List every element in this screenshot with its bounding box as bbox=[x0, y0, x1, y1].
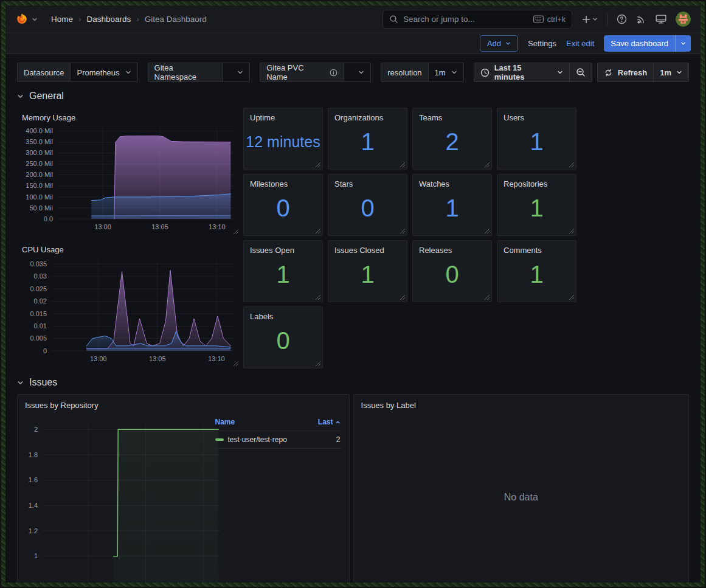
news-rss-icon[interactable] bbox=[636, 14, 646, 24]
stat-value: 0 bbox=[244, 184, 322, 232]
memory-usage-panel[interactable]: Memory Usage 0.050.0 Mil100.0 Mil150.0 M… bbox=[17, 108, 240, 236]
stat-panel-releases[interactable]: Releases 0 bbox=[412, 240, 492, 302]
refresh-interval-select[interactable]: 1m bbox=[653, 63, 688, 81]
svg-text:13:10: 13:10 bbox=[208, 355, 225, 362]
cpu-usage-panel[interactable]: CPU Usage 00.0050.010.0150.020.0250.030.… bbox=[17, 240, 240, 368]
stat-panel-issues-closed[interactable]: Issues Closed 1 bbox=[328, 240, 407, 302]
add-button[interactable]: Add bbox=[480, 35, 518, 52]
pvc-name-select[interactable] bbox=[344, 63, 371, 82]
stat-panel-users[interactable]: Users 1 bbox=[497, 108, 576, 170]
variable-datasource: Datasource Prometheus bbox=[17, 63, 138, 82]
svg-text:13:00: 13:00 bbox=[94, 223, 111, 230]
stat-panel-watches[interactable]: Watches 1 bbox=[412, 174, 492, 236]
clock-icon bbox=[480, 68, 490, 77]
chevron-down-icon bbox=[505, 41, 511, 46]
settings-button[interactable]: Settings bbox=[528, 39, 556, 48]
stat-value: 0 bbox=[413, 251, 491, 298]
legend-name-header[interactable]: Name bbox=[215, 418, 235, 426]
time-range-label: Last 15 minutes bbox=[494, 63, 552, 81]
user-avatar[interactable] bbox=[676, 12, 691, 27]
chevron-down-icon[interactable] bbox=[676, 35, 691, 52]
issues-by-label-panel[interactable]: Issues by Label No data bbox=[353, 394, 689, 583]
pvc-name-label-text: Gitea PVC Name bbox=[266, 63, 326, 81]
datasource-value: Prometheus bbox=[77, 68, 119, 77]
section-general[interactable]: General bbox=[17, 91, 689, 102]
svg-text:250.0 Mil: 250.0 Mil bbox=[26, 160, 53, 167]
chevron-down-icon bbox=[557, 69, 563, 75]
save-dashboard-button[interactable]: Save dashboard bbox=[604, 35, 691, 52]
stat-panel-repositories[interactable]: Repositories 1 bbox=[497, 174, 576, 236]
svg-text:50.0 Mil: 50.0 Mil bbox=[29, 204, 53, 212]
stat-panel-teams[interactable]: Teams 2 bbox=[412, 108, 492, 170]
chevron-down-icon bbox=[676, 69, 682, 75]
plus-icon bbox=[582, 15, 590, 24]
svg-text:100.0 Mil: 100.0 Mil bbox=[26, 193, 53, 201]
section-issues[interactable]: Issues bbox=[17, 377, 689, 388]
stat-panel-comments[interactable]: Comments 1 bbox=[497, 240, 576, 302]
info-icon[interactable] bbox=[330, 69, 337, 77]
namespace-select[interactable] bbox=[223, 63, 250, 82]
stat-value: 1 bbox=[328, 251, 407, 298]
variable-resolution: resolution 1m bbox=[381, 63, 463, 82]
divider bbox=[607, 13, 607, 26]
stat-value: 0 bbox=[244, 317, 322, 364]
legend-last-header[interactable]: Last bbox=[318, 418, 341, 426]
refresh-button[interactable]: Refresh bbox=[598, 63, 653, 81]
chevron-down-icon bbox=[32, 16, 38, 22]
stat-value: 1 bbox=[244, 251, 322, 298]
svg-text:350.0 Mil: 350.0 Mil bbox=[26, 138, 53, 145]
legend-row[interactable]: test-user/test-repo 2 bbox=[214, 431, 342, 449]
zoom-out-button[interactable] bbox=[569, 63, 592, 81]
save-dashboard-label: Save dashboard bbox=[604, 39, 675, 48]
top-nav: Home › Dashboards › Gitea Dashbaord Sear… bbox=[5, 5, 701, 33]
search-input[interactable]: Search or jump to... ctrl+k bbox=[382, 10, 572, 29]
stat-panel-uptime[interactable]: Uptime 12 minutes bbox=[243, 108, 323, 170]
monitor-icon[interactable] bbox=[656, 14, 666, 24]
dashboard-canvas: Datasource Prometheus Gitea Namespace bbox=[5, 54, 701, 583]
time-controls: Last 15 minutes bbox=[474, 63, 689, 82]
time-range-picker[interactable]: Last 15 minutes bbox=[474, 63, 569, 81]
svg-text:300.0 Mil: 300.0 Mil bbox=[26, 149, 53, 156]
section-general-title: General bbox=[29, 91, 64, 102]
breadcrumb-home[interactable]: Home bbox=[51, 15, 73, 24]
resolution-select[interactable]: 1m bbox=[429, 63, 464, 82]
breadcrumb-dashboards[interactable]: Dashboards bbox=[87, 15, 131, 24]
svg-text:0.0: 0.0 bbox=[44, 215, 53, 223]
datasource-select[interactable]: Prometheus bbox=[71, 63, 137, 82]
org-switcher[interactable] bbox=[15, 13, 38, 26]
svg-text:400.0 Mil: 400.0 Mil bbox=[26, 127, 53, 134]
chevron-down-icon bbox=[17, 379, 24, 386]
stat-panel-milestones[interactable]: Milestones 0 bbox=[243, 174, 323, 236]
grafana-logo-icon bbox=[15, 13, 29, 26]
search-icon bbox=[389, 15, 398, 24]
legend-last-label: Last bbox=[318, 418, 333, 426]
stat-panel-labels[interactable]: Labels 0 bbox=[243, 306, 323, 368]
stat-value: 1 bbox=[328, 118, 407, 165]
stat-value: 1 bbox=[413, 184, 491, 232]
memory-usage-chart: 0.050.0 Mil100.0 Mil150.0 Mil200.0 Mil25… bbox=[17, 123, 240, 235]
chevron-down-icon bbox=[451, 69, 457, 75]
panel-title: Memory Usage bbox=[17, 108, 240, 123]
svg-text:1.4: 1.4 bbox=[29, 502, 38, 509]
issues-by-repository-panel[interactable]: Issues by Repository 11.21.41.61.82 Name… bbox=[17, 394, 350, 583]
series-color-swatch bbox=[215, 438, 224, 441]
issues-panels: Issues by Repository 11.21.41.61.82 Name… bbox=[17, 394, 689, 583]
panel-title: CPU Usage bbox=[17, 240, 240, 255]
charts-column: Memory Usage 0.050.0 Mil100.0 Mil150.0 M… bbox=[17, 108, 240, 368]
svg-text:13:10: 13:10 bbox=[209, 223, 226, 230]
nav-actions bbox=[582, 12, 691, 27]
stat-panel-organizations[interactable]: Organizations 1 bbox=[328, 108, 407, 170]
help-icon[interactable] bbox=[617, 14, 627, 24]
resolution-value: 1m bbox=[435, 68, 446, 77]
screen-frame: Home › Dashboards › Gitea Dashbaord Sear… bbox=[0, 0, 706, 588]
chevron-down-icon bbox=[592, 16, 598, 22]
svg-text:1.6: 1.6 bbox=[29, 476, 38, 483]
svg-text:1: 1 bbox=[34, 552, 38, 559]
new-button[interactable] bbox=[582, 15, 598, 24]
exit-edit-button[interactable]: Exit edit bbox=[566, 39, 594, 48]
svg-text:13:05: 13:05 bbox=[149, 355, 166, 362]
stat-panel-stars[interactable]: Stars 0 bbox=[328, 174, 407, 236]
variable-namespace: Gitea Namespace bbox=[148, 63, 251, 82]
stat-panel-issues-open[interactable]: Issues Open 1 bbox=[243, 240, 323, 302]
chart-legend: Name Last test-user/test-repo 2 bbox=[214, 418, 342, 449]
